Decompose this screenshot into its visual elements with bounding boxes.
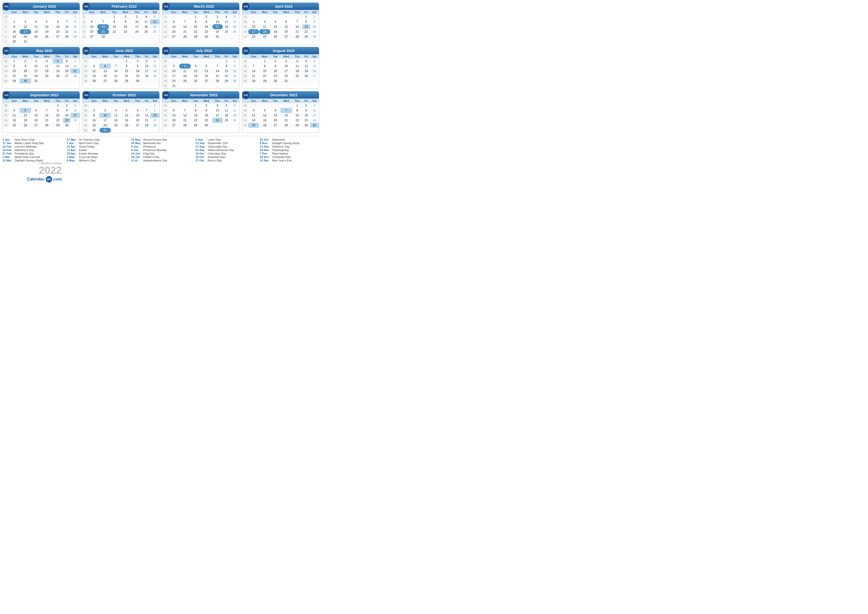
day-cell: 17 [99, 118, 111, 123]
day-cell: 21 [212, 73, 223, 78]
day-cell: 18 [292, 68, 302, 73]
day-cell: 23 [63, 118, 71, 123]
brand-site-suffix: .com [53, 177, 62, 182]
col-header-Wed: Wed [281, 10, 292, 14]
day-cell: 26 [53, 73, 63, 78]
month-header-10: 365)November 2022 [162, 91, 239, 98]
day-cell: 2 [9, 19, 20, 24]
day-cell: 15 [9, 68, 20, 73]
day-cell: 20 [200, 73, 212, 78]
col-header-Fri: Fri [143, 98, 150, 103]
day-cell: 10 [248, 24, 259, 29]
day-cell: 15 [259, 68, 271, 73]
week-num: 6 [83, 19, 86, 24]
week-num: 5 [83, 14, 86, 19]
day-cell: 19 [191, 73, 200, 78]
day-cell: 7 [63, 19, 71, 24]
day-cell: 8 [259, 64, 271, 68]
week-num: 34 [242, 73, 248, 78]
col-header-Mon: Mon [99, 98, 111, 103]
holiday-date: 15 Oct [195, 155, 207, 159]
day-cell: 26 [230, 29, 239, 34]
day-cell: 30 [88, 128, 99, 133]
day-cell: 21 [97, 29, 109, 34]
day-cell: 9 [310, 19, 319, 24]
day-cell: 4 [259, 19, 271, 24]
week-row: 4216171819202122 [83, 118, 160, 123]
holiday-name: Sweetest Day [208, 155, 225, 159]
week-num: 15 [242, 24, 248, 29]
week-num: 23 [83, 64, 89, 68]
day-cell [86, 14, 97, 19]
day-cell [53, 14, 63, 19]
col-header-Wed: Wed [281, 54, 292, 59]
holiday-date: 5 Sep [195, 138, 207, 141]
day-cell: 5 [41, 19, 53, 24]
day-cell: 9 [88, 113, 99, 118]
day-cell: 24 [31, 73, 41, 78]
holiday-item: 1 AprApril Fool's Day [67, 141, 126, 145]
week-row: 48123 [242, 103, 319, 108]
week-row: 2810111213141516 [162, 68, 239, 73]
holidays-col-2: 21 MayArmed Forces Day30 MayMemorial Day… [131, 138, 191, 162]
week-num: 48 [242, 103, 248, 108]
day-cell: 23 [200, 118, 212, 123]
week-row: 5225262728293031 [242, 123, 319, 128]
week-num: 16 [242, 29, 248, 34]
day-cell: 8 [71, 19, 79, 24]
day-cell: 22 [9, 73, 20, 78]
day-cell: 9 [63, 108, 71, 113]
day-cell: 7 [292, 19, 302, 24]
day-cell: 2 [119, 14, 132, 19]
day-cell: 27 [31, 123, 41, 128]
day-cell: 18 [223, 113, 230, 118]
holiday-date: 1 Jan [3, 138, 14, 141]
day-cell: 19 [270, 29, 280, 34]
day-cell: 26 [191, 78, 200, 84]
col-header-Wed: Wed [41, 10, 53, 14]
col-header-Sun: Sun [169, 98, 179, 103]
holiday-item: 21 FebPresidents Day [3, 152, 62, 155]
day-cell [132, 34, 142, 39]
col-header-Sun: Sun [248, 54, 259, 59]
holiday-date: 19 Jun [131, 155, 142, 159]
week-row: 391 [83, 103, 160, 108]
day-cell: 1 [150, 103, 160, 108]
day-cell: 8 [292, 108, 302, 113]
day-cell: 18 [9, 118, 20, 123]
col-header-Sat: Sat [230, 10, 239, 14]
day-cell: 16 [119, 24, 132, 29]
day-cell: 28 [63, 34, 71, 39]
day-cell: 16 [200, 24, 212, 29]
holiday-name: Pentecost Monday [143, 149, 167, 152]
col-header-Thu: Thu [132, 10, 142, 14]
day-cell: 11 [179, 68, 191, 73]
day-cell: 10 [212, 19, 223, 24]
day-cell [53, 78, 63, 84]
day-cell [179, 84, 191, 89]
day-cell: 22 [71, 29, 79, 34]
col-header-Sat: Sat [310, 54, 319, 59]
holiday-date: 17 Apr [67, 149, 78, 152]
day-cell: 2 [200, 103, 212, 108]
day-cell: 7 [179, 19, 191, 24]
week-row: 1510111213141516 [242, 24, 319, 29]
day-cell: 24 [212, 118, 223, 123]
week-num: 12 [162, 29, 169, 34]
day-cell: 27 [310, 73, 319, 78]
day-cell [302, 78, 310, 84]
holiday-item: 25 DecChristmas Day [260, 155, 319, 159]
week-num: 9 [83, 34, 86, 39]
day-cell: 29 [121, 78, 132, 84]
day-cell: 24 [248, 34, 259, 39]
holiday-name: Christmas Day [272, 155, 290, 159]
day-cell: 11 [41, 64, 53, 68]
month-box-5: 365)June 2022SunMonTueWedThuFriSat221234… [82, 47, 160, 89]
week-num: 11 [162, 24, 169, 29]
day-cell: 13 [281, 24, 292, 29]
holidays-col-4: 31 OctHalloween6 NovDaylight Saving (End… [260, 138, 319, 162]
week-num: 9 [162, 14, 169, 19]
holiday-date: 5 May [67, 155, 78, 159]
col-header-Thu: Thu [292, 54, 302, 59]
day-cell: 10 [31, 64, 41, 68]
